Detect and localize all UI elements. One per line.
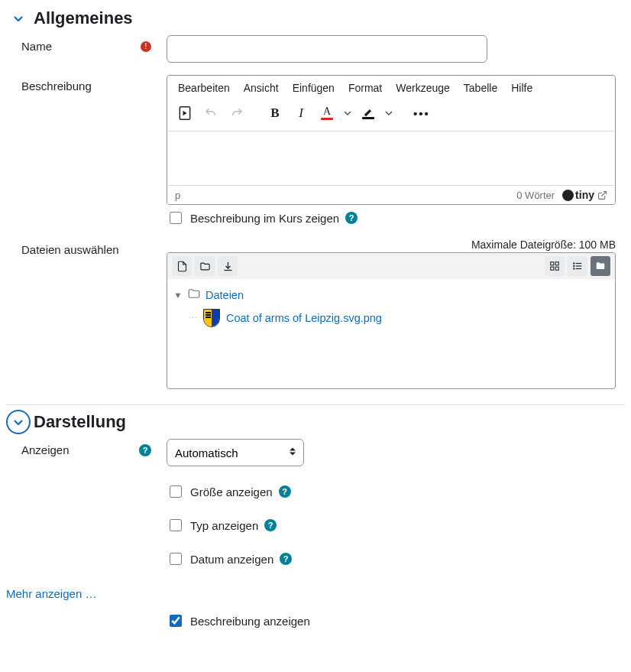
editor-menu-insert[interactable]: Einfügen xyxy=(293,82,335,94)
tree-connector: ⋯ xyxy=(189,313,197,323)
media-icon[interactable] xyxy=(173,102,196,125)
collapse-general-button[interactable] xyxy=(6,6,31,31)
section-general-header: Allgemeines xyxy=(6,6,625,31)
svg-point-10 xyxy=(574,263,574,264)
editor-menu-tools[interactable]: Werkzeuge xyxy=(396,82,450,94)
help-icon[interactable]: ? xyxy=(345,212,358,224)
section-divider xyxy=(6,404,625,405)
name-label: Name xyxy=(21,40,52,53)
svg-rect-3 xyxy=(551,262,554,265)
svg-point-12 xyxy=(574,268,574,269)
svg-line-1 xyxy=(601,191,606,196)
help-icon[interactable]: ? xyxy=(264,519,277,531)
file-picker: ▼ Dateien ⋯ Coat of arms of Leipzig.svg.… xyxy=(167,252,616,389)
tree-root-label: Dateien xyxy=(205,289,244,301)
editor-menu-edit[interactable]: Bearbeiten xyxy=(178,82,230,94)
tree-root-folder[interactable]: ▼ Dateien xyxy=(173,287,609,303)
redo-icon[interactable] xyxy=(225,102,248,125)
text-color-dropdown[interactable] xyxy=(341,102,354,125)
highlight-dropdown[interactable] xyxy=(383,102,395,125)
display-label: Anzeigen xyxy=(21,443,70,456)
undo-icon[interactable] xyxy=(199,102,222,125)
show-size-label: Größe anzeigen xyxy=(190,485,273,498)
required-icon: ! xyxy=(141,41,151,52)
more-icon[interactable]: ••• xyxy=(410,102,433,125)
show-more-link[interactable]: Mehr anzeigen … xyxy=(6,587,96,600)
show-description-in-course-label: Beschreibung im Kurs zeigen xyxy=(190,212,339,225)
caret-down-icon: ▼ xyxy=(173,291,183,300)
show-date-label: Datum anzeigen xyxy=(190,553,273,566)
chevron-down-icon xyxy=(12,12,24,24)
download-icon[interactable] xyxy=(218,256,238,276)
bold-icon[interactable]: B xyxy=(264,102,286,125)
collapse-appearance-button[interactable] xyxy=(6,410,31,434)
svg-rect-6 xyxy=(555,267,558,270)
svg-rect-4 xyxy=(555,262,558,265)
folder-icon xyxy=(187,287,201,303)
section-appearance-header: Darstellung xyxy=(6,410,625,434)
show-type-checkbox[interactable] xyxy=(170,519,182,531)
editor-toolbar: B I A ••• xyxy=(167,99,615,131)
name-input[interactable] xyxy=(167,35,487,63)
display-select[interactable]: Automatisch xyxy=(167,439,304,466)
max-filesize-label: Maximale Dateigröße: 100 MB xyxy=(167,239,616,251)
add-file-icon[interactable] xyxy=(172,256,192,276)
view-tree-icon[interactable] xyxy=(591,256,610,276)
editor-element-path: p xyxy=(175,190,180,201)
show-type-label: Typ anzeigen xyxy=(190,519,258,532)
show-description-in-course-checkbox[interactable] xyxy=(170,212,182,224)
help-icon[interactable]: ? xyxy=(139,444,151,456)
show-description-checkbox[interactable] xyxy=(170,615,182,627)
show-date-checkbox[interactable] xyxy=(170,553,182,565)
file-thumbnail xyxy=(203,309,220,327)
editor-menubar: Bearbeiten Ansicht Einfügen Format Werkz… xyxy=(167,76,615,99)
section-general-title: Allgemeines xyxy=(34,8,133,28)
editor-statusbar: p 0 Wörter tiny xyxy=(167,185,615,204)
chevron-down-icon xyxy=(12,416,24,428)
view-grid-icon[interactable] xyxy=(545,256,565,276)
editor-content-area[interactable] xyxy=(167,131,615,185)
editor-menu-table[interactable]: Tabelle xyxy=(464,82,497,94)
rich-text-editor: Bearbeiten Ansicht Einfügen Format Werkz… xyxy=(167,75,616,205)
italic-icon[interactable]: I xyxy=(290,102,312,125)
highlight-icon[interactable] xyxy=(357,102,380,125)
text-color-icon[interactable]: A xyxy=(316,102,338,125)
help-icon[interactable]: ? xyxy=(280,553,292,565)
svg-point-11 xyxy=(574,265,574,266)
svg-rect-5 xyxy=(551,267,554,270)
view-list-icon[interactable] xyxy=(568,256,587,276)
files-label: Dateien auswählen xyxy=(21,243,119,256)
tree-file-item[interactable]: ⋯ Coat of arms of Leipzig.svg.png xyxy=(189,309,609,327)
editor-menu-help[interactable]: Hilfe xyxy=(511,82,532,94)
description-label: Beschreibung xyxy=(21,80,92,93)
tiny-logo: tiny xyxy=(562,189,607,201)
editor-menu-view[interactable]: Ansicht xyxy=(244,82,279,94)
section-appearance-title: Darstellung xyxy=(34,412,126,432)
help-icon[interactable]: ? xyxy=(279,485,291,498)
tree-file-label: Coat of arms of Leipzig.svg.png xyxy=(226,312,382,324)
editor-menu-format[interactable]: Format xyxy=(348,82,382,94)
show-size-checkbox[interactable] xyxy=(170,485,182,498)
create-folder-icon[interactable] xyxy=(195,256,215,276)
show-description-label: Beschreibung anzeigen xyxy=(190,615,310,628)
editor-wordcount: 0 Wörter xyxy=(516,190,555,201)
